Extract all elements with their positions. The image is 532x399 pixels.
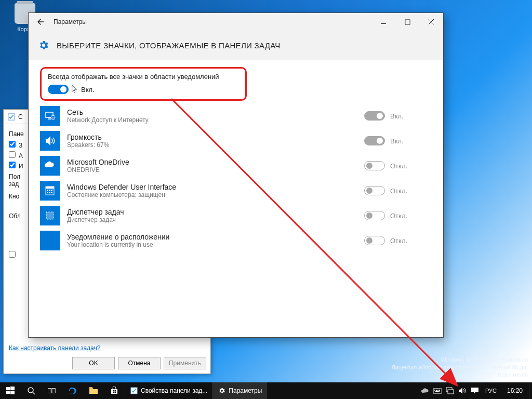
svg-rect-37 — [448, 390, 454, 394]
row-text: СетьNetwork Доступ к Интернету — [67, 108, 149, 124]
props-title-text: С — [18, 113, 23, 121]
svg-rect-35 — [435, 391, 440, 392]
row-subtitle: Состояние компьютера: защищен — [67, 191, 176, 198]
row-toggle[interactable] — [364, 111, 385, 121]
row-text: Windows Defender User InterfaceСостояние… — [67, 183, 176, 198]
app-tile-icon — [40, 206, 60, 225]
page-title: ВЫБЕРИТЕ ЗНАЧКИ, ОТОБРАЖАЕМЫЕ В ПАНЕЛИ З… — [57, 41, 281, 50]
svg-rect-31 — [434, 390, 435, 391]
icon-row: ГромкостьSpeakers: 67%Вкл. — [40, 131, 432, 151]
icon-row: СетьNetwork Доступ к ИнтернетуВкл. — [40, 106, 432, 126]
tray-onedrive-icon[interactable] — [421, 387, 429, 395]
row-toggle[interactable] — [364, 161, 385, 170]
ok-button[interactable]: OK — [72, 357, 115, 369]
icon-row: Уведомление о расположенииYour location … — [40, 231, 432, 250]
props-help-link[interactable]: Как настраивать панели задач? — [9, 344, 100, 352]
edge-icon — [69, 387, 77, 395]
tray-clock[interactable]: 16:20 — [503, 387, 527, 394]
close-button[interactable] — [419, 13, 443, 31]
row-subtitle: Speakers: 67% — [67, 141, 109, 149]
row-toggle[interactable] — [364, 136, 385, 145]
svg-rect-18 — [6, 391, 10, 394]
taskbar-app-settings[interactable]: Параметры — [212, 382, 267, 399]
tray-language[interactable]: РУС — [483, 388, 499, 394]
maximize-button[interactable] — [395, 13, 419, 31]
row-title: Сеть — [67, 108, 149, 116]
settings-titlebar-text: Параметры — [49, 18, 87, 25]
minimize-button[interactable] — [371, 13, 395, 31]
app-tile-icon — [40, 231, 60, 250]
system-tray[interactable]: РУС 16:20 — [419, 382, 529, 399]
window-controls — [371, 13, 443, 31]
app-tile-icon — [40, 181, 60, 201]
file-explorer-button[interactable] — [83, 382, 104, 399]
store-button[interactable] — [104, 382, 125, 399]
search-icon — [27, 387, 35, 395]
row-toggle-state: Откл. — [390, 212, 407, 220]
settings-header: ВЫБЕРИТЕ ЗНАЧКИ, ОТОБРАЖАЕМЫЕ В ПАНЕЛИ З… — [29, 31, 443, 60]
svg-rect-30 — [433, 389, 442, 393]
tray-keyboard-icon[interactable] — [433, 387, 442, 395]
row-toggle[interactable] — [364, 211, 385, 220]
watermark-line2: Лицензия Windows действительна в течение… — [391, 364, 528, 371]
tray-volume-icon[interactable] — [458, 387, 467, 395]
taskbar-app-properties-label: Свойства панели зад... — [141, 387, 207, 394]
row-text: Уведомление о расположенииYour location … — [67, 233, 169, 248]
watermark-line1: Windows 10 Enterprise Evaluation — [391, 356, 528, 364]
cursor-icon — [72, 85, 78, 94]
apply-button[interactable]: Применить — [164, 357, 206, 369]
gear-small-icon — [218, 387, 225, 394]
svg-rect-32 — [436, 390, 437, 391]
windows-logo-icon — [6, 387, 15, 395]
row-toggle[interactable] — [364, 186, 385, 195]
task-view-button[interactable] — [42, 382, 62, 399]
row-subtitle: Your location is currently in use — [67, 241, 169, 248]
checkbox-small-icon — [130, 387, 138, 394]
icon-row: Диспетчер задачДиспетчер задачОткл. — [40, 206, 432, 225]
svg-point-20 — [28, 388, 33, 393]
master-toggle-label: Всегда отображать все значки в области у… — [48, 73, 239, 81]
taskbar[interactable]: Свойства панели зад... Параметры РУС 16:… — [0, 382, 532, 399]
svg-rect-26 — [115, 390, 116, 392]
cancel-button[interactable]: Отмена — [118, 357, 161, 369]
icon-row: Windows Defender User InterfaceСостояние… — [40, 181, 432, 201]
tray-network-icon[interactable] — [446, 387, 454, 395]
settings-content: Всегда отображать все значки в области у… — [29, 60, 443, 337]
annotation-highlight-box: Всегда отображать все значки в области у… — [40, 67, 247, 101]
svg-rect-28 — [115, 392, 116, 393]
app-tile-icon — [40, 131, 60, 151]
icon-settings-list: СетьNetwork Доступ к ИнтернетуВкл.Громко… — [40, 106, 432, 250]
tray-action-center-icon[interactable] — [471, 387, 479, 395]
row-toggle[interactable] — [364, 236, 385, 245]
row-toggle-state: Откл. — [390, 237, 407, 245]
svg-rect-15 — [46, 237, 54, 244]
taskbar-app-properties[interactable]: Свойства панели зад... — [125, 382, 212, 399]
edge-button[interactable] — [62, 382, 83, 399]
svg-rect-10 — [51, 190, 52, 191]
row-text: Microsoft OneDriveONEDRIVE — [67, 158, 129, 174]
row-text: ГромкостьSpeakers: 67% — [67, 133, 109, 149]
back-button[interactable] — [32, 13, 49, 31]
search-button[interactable] — [21, 382, 42, 399]
store-icon — [110, 387, 118, 395]
row-title: Windows Defender User Interface — [67, 183, 176, 191]
gear-icon — [38, 39, 49, 51]
props-button-row: OK Отмена Применить — [72, 357, 206, 369]
row-title: Уведомление о расположении — [67, 233, 169, 241]
row-toggle-state: Вкл. — [390, 137, 404, 145]
row-toggle-state: Вкл. — [390, 112, 404, 120]
svg-line-21 — [33, 392, 35, 394]
show-desktop-button[interactable] — [529, 382, 532, 399]
row-title: Громкость — [67, 133, 109, 141]
svg-rect-33 — [437, 390, 438, 391]
row-title: Microsoft OneDrive — [67, 158, 129, 166]
svg-rect-19 — [10, 391, 15, 394]
desktop-watermark: Windows 10 Enterprise Evaluation Лицензи… — [391, 356, 528, 379]
settings-titlebar[interactable]: Параметры — [29, 13, 443, 31]
svg-rect-1 — [381, 23, 386, 24]
start-button[interactable] — [0, 382, 21, 399]
master-toggle[interactable] — [48, 85, 69, 94]
settings-window[interactable]: Параметры ВЫБЕРИТЕ ЗНАЧКИ, ОТОБРАЖАЕМЫЕ … — [28, 12, 444, 338]
master-toggle-state: Вкл. — [81, 86, 95, 94]
row-subtitle: Диспетчер задач — [67, 216, 124, 223]
